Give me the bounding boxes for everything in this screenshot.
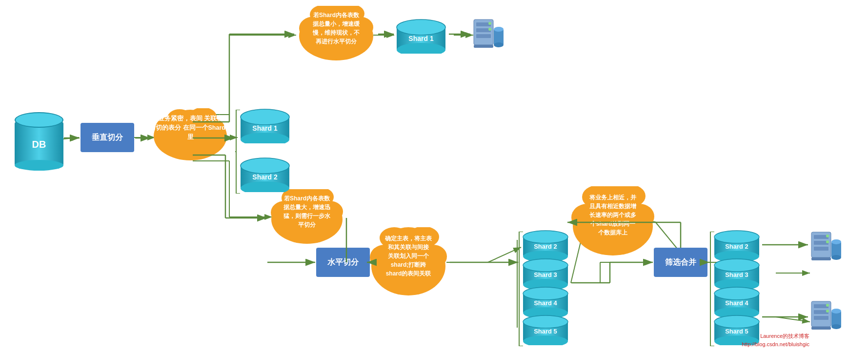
s2r1-svg: Shard 2 [521,230,570,260]
svg-line-19 [655,222,677,249]
shard1-mid-svg: Shard 1 [238,108,292,143]
shard4-right2-cyl: Shard 4 [712,287,761,317]
svg-point-113 [494,27,504,32]
server-icon-right2-top [809,228,843,270]
svg-point-91 [714,231,759,243]
svg-point-87 [523,315,568,328]
cloud3-text: 若Shard内各表数据总量大，增速迅猛，则需行一步水平切分 [270,194,343,229]
svg-text:Shard 5: Shard 5 [534,328,557,335]
svg-line-1 [63,137,79,139]
svg-text:Shard 3: Shard 3 [725,271,748,278]
svg-point-111 [488,28,491,31]
server-icon-top [471,16,505,58]
svg-point-110 [488,22,491,25]
svg-rect-135 [811,327,831,330]
watermark: Laurence的技术博客 http://blog.csdn.net/bluis… [742,332,809,348]
svg-point-121 [826,240,829,243]
svg-rect-129 [814,316,828,320]
cloud2: 若Shard内各表数据总量小，增速缓慢，维持现状，不再进行水平切分 [295,6,377,63]
svg-line-24 [776,317,810,322]
shard1-top-cyl: Shard 1 [394,19,448,54]
svg-point-123 [831,239,841,244]
db-top [15,112,63,128]
cloud4: 确定主表，将主表和其关联与间接关联划入同一个shard;打断跨shard的表间关… [367,227,450,299]
shard3-right2-cyl: Shard 3 [712,258,761,289]
vertical-split-box: 垂直切分 [81,123,134,152]
server-r2top-svg [809,228,843,268]
svg-point-131 [826,310,829,313]
horizontal-split-box: 水平切分 [316,248,370,277]
filter-merge-box: 筛选合并 [654,248,707,277]
svg-text:Shard 2: Shard 2 [534,243,557,250]
svg-point-95 [714,259,759,272]
svg-point-133 [831,309,841,314]
shard3-right1-cyl: Shard 3 [521,258,570,289]
db-bottom [15,160,63,171]
db-cylinder: DB [15,112,63,171]
cloud5: 将业务上相近，并且具有相近数据增长速率的两个或多个shard放到同一个数据库上 [568,186,657,258]
svg-text:Shard 1: Shard 1 [408,35,434,42]
shard4-right1-cyl: Shard 4 [521,287,570,317]
svg-line-17 [488,247,521,262]
svg-point-79 [523,259,568,272]
svg-text:Shard 2: Shard 2 [725,243,748,250]
shard5-right1-cyl: Shard 5 [521,315,570,345]
s5r1-svg: Shard 5 [521,315,570,345]
svg-point-114 [494,42,504,47]
svg-rect-115 [474,45,493,48]
svg-rect-125 [811,257,831,260]
cloud2-text: 若Shard内各表数据总量小，增速缓慢，维持现状，不再进行水平切分 [299,11,373,46]
server-icon-right2-bottom [809,297,843,339]
shard2-right2-cyl: Shard 2 [712,230,761,260]
watermark-line2: http://blog.csdn.net/bluishgic [742,340,809,349]
s4r1-svg: Shard 4 [521,287,570,317]
svg-point-99 [714,287,759,300]
db-label: DB [15,139,63,150]
shard2-right1-cyl: Shard 2 [521,230,570,260]
s2r2-svg: Shard 2 [712,230,761,260]
server-top-svg [471,16,505,56]
svg-text:Shard 4: Shard 4 [534,299,557,307]
cloud1-text: 业务紧密，表间 关联密切的表分 在同一个Shard里 [155,114,226,141]
s3r2-svg: Shard 3 [712,258,761,289]
svg-text:Shard 2: Shard 2 [252,173,278,181]
shard1-top-svg: Shard 1 [394,19,448,54]
cloud3: 若Shard内各表数据总量大，增速迅猛，则需行一步水平切分 [267,189,346,247]
svg-rect-119 [814,247,828,251]
shard2-mid-cyl: Shard 2 [238,157,292,192]
svg-point-83 [523,287,568,300]
svg-text:Shard 3: Shard 3 [534,271,557,278]
cloud5-text: 将业务上相近，并且具有相近数据增长速率的两个或多个shard放到同一个数据库上 [572,193,653,237]
svg-point-70 [241,158,289,174]
shard2-mid-svg: Shard 2 [238,157,292,192]
svg-point-62 [397,20,445,35]
svg-point-120 [826,235,829,237]
bracket-mid [235,110,241,194]
s4r2-svg: Shard 4 [712,287,761,317]
svg-rect-109 [476,34,491,38]
cloud4-text: 确定主表，将主表和其关联与间接关联划入同一个shard;打断跨shard的表间关… [371,234,446,278]
bracket-group2 [709,232,715,346]
bracket-group1 [518,232,524,346]
svg-point-124 [831,255,841,260]
cloud1: 业务紧密，表间 关联密切的表分 在同一个Shard里 [150,108,231,164]
svg-point-134 [831,324,841,329]
svg-text:Shard 1: Shard 1 [252,124,278,132]
svg-point-103 [714,315,759,328]
svg-text:Shard 4: Shard 4 [725,299,748,307]
diagram: { "db": {"label": "DB"}, "boxes": { "ver… [0,0,868,353]
watermark-line1: Laurence的技术博客 [742,332,809,340]
server-r2bot-svg [809,297,843,337]
svg-point-66 [241,109,289,125]
svg-point-75 [523,231,568,243]
svg-point-130 [826,304,829,307]
s3r1-svg: Shard 3 [521,258,570,289]
shard1-mid-cyl: Shard 1 [238,108,292,143]
